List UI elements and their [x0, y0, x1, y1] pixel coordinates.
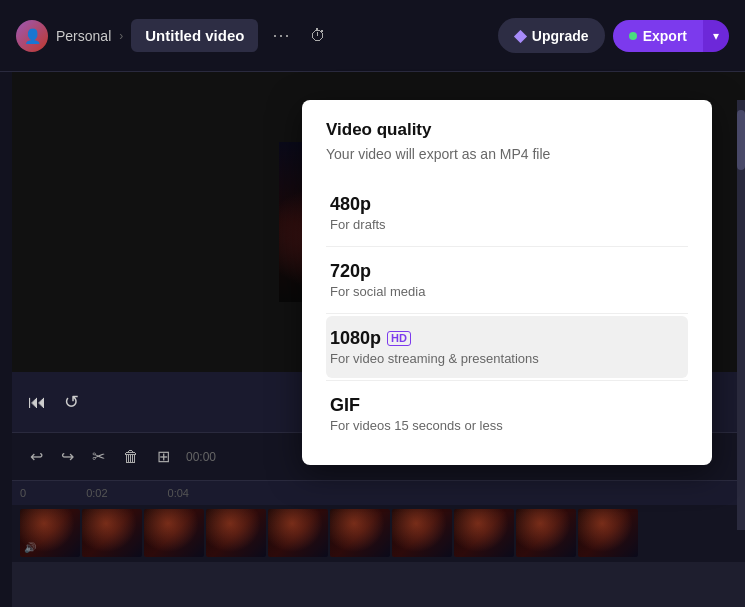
quality-option-480p[interactable]: 480p For drafts [326, 182, 688, 244]
quality-name-gif: GIF [330, 395, 360, 416]
history-button[interactable]: ⏱ [304, 23, 332, 49]
video-title-button[interactable]: Untitled video [131, 19, 258, 52]
delete-button[interactable]: 🗑 [117, 442, 145, 472]
cut-button[interactable]: ✂ [86, 441, 111, 472]
quality-name-480p: 480p [330, 194, 371, 215]
timeline-ruler: 0 0:02 0:04 [12, 481, 745, 505]
hd-badge: HD [387, 331, 411, 346]
rewind-button[interactable]: ↺ [60, 387, 83, 417]
copy-button[interactable]: ⊞ [151, 441, 176, 472]
quality-desc-1080p: For video streaming & presentations [330, 351, 684, 366]
quality-label-480p: 480p [330, 194, 684, 215]
quality-label-gif: GIF [330, 395, 684, 416]
ruler-mark-2: 0:02 [86, 487, 107, 499]
export-chevron-button[interactable]: ▾ [703, 20, 729, 52]
panel-content: Video quality Your video will export as … [302, 100, 712, 465]
topbar: 👤 Personal › Untitled video ··· ⏱ ◆ Upgr… [0, 0, 745, 72]
quality-option-gif[interactable]: GIF For videos 15 seconds or less [326, 383, 688, 445]
more-options-button[interactable]: ··· [266, 21, 296, 50]
undo-button[interactable]: ↩ [24, 441, 49, 472]
quality-label-720p: 720p [330, 261, 684, 282]
skip-back-button[interactable]: ⏮ [24, 388, 50, 417]
filmstrip-frame [392, 509, 452, 557]
filmstrip-frame: 🔊 [20, 509, 80, 557]
divider-2 [326, 313, 688, 314]
divider-3 [326, 380, 688, 381]
filmstrip-frame [454, 509, 514, 557]
quality-desc-gif: For videos 15 seconds or less [330, 418, 684, 433]
redo-button[interactable]: ↪ [55, 441, 80, 472]
quality-name-720p: 720p [330, 261, 371, 282]
quality-name-1080p: 1080p [330, 328, 381, 349]
filmstrip-frame [330, 509, 390, 557]
quality-option-1080p[interactable]: 1080p HD For video streaming & presentat… [326, 316, 688, 378]
filmstrip-frame [268, 509, 328, 557]
ruler-mark-4: 0:04 [168, 487, 189, 499]
ruler-mark-0: 0 [20, 487, 26, 499]
filmstrip-frame [206, 509, 266, 557]
upgrade-button[interactable]: ◆ Upgrade [498, 18, 605, 53]
quality-desc-720p: For social media [330, 284, 684, 299]
panel-title: Video quality [326, 120, 688, 140]
breadcrumb-arrow: › [119, 29, 123, 43]
panel-subtitle: Your video will export as an MP4 file [326, 146, 688, 162]
filmstrip-audio-icon: 🔊 [24, 542, 36, 553]
workspace-name: Personal [56, 28, 111, 44]
quality-label-1080p: 1080p HD [330, 328, 684, 349]
video-quality-dropdown: Video quality Your video will export as … [302, 100, 712, 465]
filmstrip-frame [82, 509, 142, 557]
export-button-group: Export ▾ [613, 20, 729, 52]
filmstrip-frame [578, 509, 638, 557]
quality-option-720p[interactable]: 720p For social media [326, 249, 688, 311]
quality-desc-480p: For drafts [330, 217, 684, 232]
export-main-button[interactable]: Export [613, 20, 703, 52]
export-status-dot [629, 32, 637, 40]
divider-1 [326, 246, 688, 247]
time-display: 00:00 [186, 450, 216, 464]
left-sidebar [0, 72, 12, 607]
avatar: 👤 [16, 20, 48, 52]
scrollbar-track[interactable] [737, 100, 745, 530]
scrollbar-thumb[interactable] [737, 110, 745, 170]
filmstrip-frame [144, 509, 204, 557]
filmstrip-frame [516, 509, 576, 557]
diamond-icon: ◆ [514, 26, 526, 45]
filmstrip: 🔊 [12, 505, 745, 563]
